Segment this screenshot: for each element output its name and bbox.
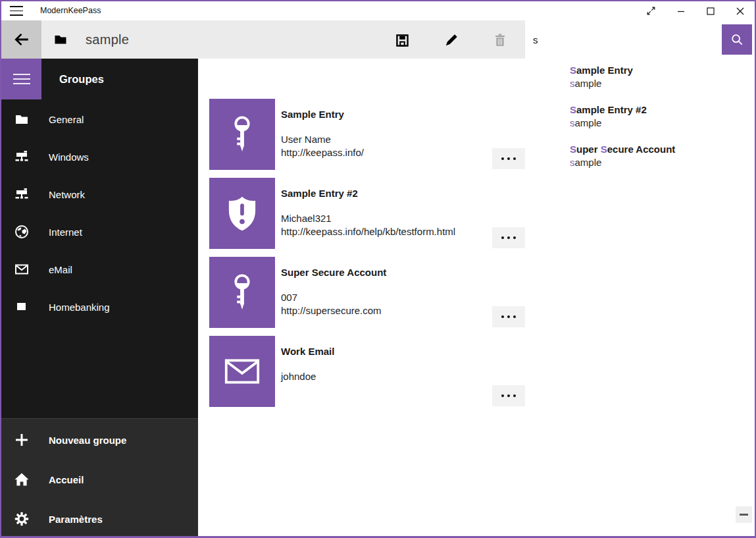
database-title: sample: [86, 20, 129, 59]
sidebar-item-general[interactable]: General: [1, 106, 198, 132]
save-button[interactable]: [393, 32, 411, 49]
network-computer-icon: [14, 149, 29, 164]
sidebar-item-home[interactable]: Accueil: [1, 466, 198, 493]
network-computer-icon: [14, 187, 29, 202]
entry-more-button[interactable]: [492, 306, 525, 327]
nav-hamburger-button[interactable]: [1, 59, 41, 99]
sidebar-item-internet[interactable]: Internet: [1, 219, 198, 245]
entry-title: Sample Entry #2: [281, 187, 358, 200]
key-icon: [229, 273, 255, 311]
search-panel: [525, 20, 755, 59]
minimize-icon: [677, 7, 685, 15]
entry-username: User Name: [281, 133, 364, 146]
window-controls: [636, 1, 755, 20]
key-icon: [229, 115, 255, 153]
entry-more-button[interactable]: [492, 385, 525, 406]
suggestion-item[interactable]: Sample Entry #2 sample: [570, 103, 749, 130]
entry-row[interactable]: Work Email johndoe: [209, 336, 525, 407]
app-bar: sample: [1, 20, 525, 59]
delete-button[interactable]: [491, 32, 509, 49]
minimize-button[interactable]: [666, 1, 695, 20]
back-button[interactable]: [1, 20, 41, 59]
edit-button[interactable]: [443, 32, 460, 49]
entry-more-button[interactable]: [492, 148, 525, 169]
sidebar-item-settings[interactable]: Paramètres: [1, 506, 198, 532]
ellipsis-icon: [501, 315, 504, 318]
mail-icon: [14, 262, 29, 277]
save-icon: [395, 33, 410, 48]
entry-title: Work Email: [281, 345, 334, 358]
sidebar-item-network[interactable]: Network: [1, 181, 198, 207]
fullscreen-button[interactable]: [636, 1, 666, 20]
entry-username: johndoe: [281, 370, 316, 383]
folder-icon: [14, 112, 29, 126]
mail-icon: [224, 359, 260, 384]
sidebar-item-windows[interactable]: Windows: [1, 144, 198, 170]
sidebar-footer: Nouveau groupe Accueil Paramètres: [1, 418, 198, 536]
hamburger-icon: [13, 74, 30, 85]
search-icon: [730, 33, 743, 46]
close-button[interactable]: [725, 1, 755, 20]
entry-row[interactable]: Sample Entry #2 Michael321 http://keepas…: [209, 178, 525, 249]
entry-row[interactable]: Sample Entry User Name http://keepass.in…: [209, 99, 525, 170]
sidebar: Groupes General Windows Network Internet…: [1, 59, 198, 536]
entry-username: 007: [281, 291, 382, 304]
ellipsis-icon: [501, 394, 504, 397]
titlebar-hamburger-icon[interactable]: [10, 6, 23, 16]
entry-title: Sample Entry: [281, 108, 344, 121]
fullscreen-icon: [645, 5, 657, 16]
edit-pencil-icon: [444, 33, 459, 47]
minus-icon: [740, 514, 748, 516]
home-icon: [14, 472, 29, 487]
app-window: ModernKeePass sample: [0, 0, 756, 538]
close-icon: [736, 7, 744, 15]
suggestion-item[interactable]: Sample Entry sample: [570, 64, 749, 90]
gear-icon: [14, 512, 29, 526]
entry-tile: [209, 99, 275, 170]
entry-url: http://keepass.info/: [281, 146, 364, 159]
entry-tile: [209, 257, 275, 328]
entry-url: http://keepass.info/help/kb/testform.htm…: [281, 225, 455, 238]
database-folder-icon: [54, 34, 67, 47]
maximize-button[interactable]: [695, 1, 725, 20]
trash-icon: [493, 33, 507, 47]
sidebar-item-email[interactable]: eMail: [1, 256, 198, 282]
sidebar-item-homebanking[interactable]: Homebanking: [1, 294, 198, 320]
entry-tile: [209, 178, 275, 249]
app-title: ModernKeePass: [40, 1, 101, 20]
groups-header: Groupes: [59, 59, 104, 99]
ellipsis-icon: [501, 157, 504, 160]
ellipsis-icon: [501, 236, 504, 239]
entry-title: Super Secure Account: [281, 266, 386, 279]
back-arrow-icon: [13, 31, 30, 48]
zoom-out-button[interactable]: [736, 506, 752, 523]
search-button[interactable]: [722, 24, 752, 55]
entry-url: http://supersecure.com: [281, 304, 382, 317]
entry-username: Michael321: [281, 212, 455, 225]
entry-tile: [209, 336, 275, 407]
maximize-icon: [707, 7, 715, 15]
sidebar-item-new-group[interactable]: Nouveau groupe: [1, 427, 198, 453]
plus-icon: [14, 433, 29, 447]
square-icon: [14, 300, 29, 314]
shield-exclamation-icon: [227, 196, 257, 231]
suggestion-item[interactable]: Super Secure Account sample: [570, 143, 749, 169]
entry-more-button[interactable]: [492, 227, 525, 248]
entry-row[interactable]: Super Secure Account 007 http://supersec…: [209, 257, 525, 328]
title-bar: ModernKeePass: [1, 1, 755, 20]
search-input[interactable]: [525, 24, 722, 55]
search-suggestions: Sample Entry sample Sample Entry #2 samp…: [570, 64, 749, 182]
globe-icon: [14, 225, 29, 239]
